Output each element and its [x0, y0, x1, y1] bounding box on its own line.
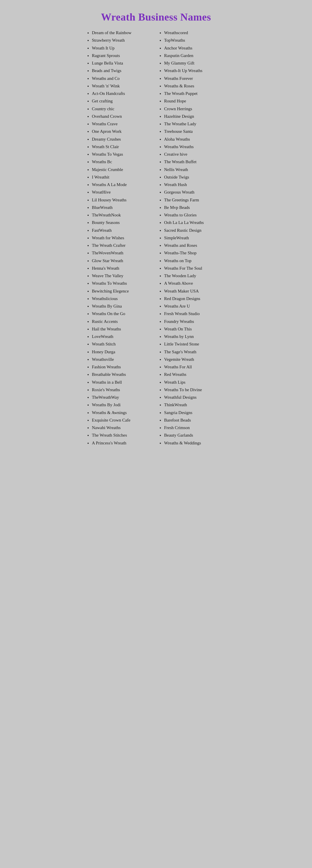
- list-item: WreatHive: [92, 188, 154, 196]
- list-item: Ragrant Sprouts: [92, 52, 154, 59]
- list-item: Wreaths & Roses: [164, 82, 226, 90]
- left-list: Dream of the RainbowStrawberry WreathWre…: [86, 29, 154, 447]
- list-item: Wreathscored: [164, 29, 226, 36]
- list-item: TheWreathNook: [92, 211, 154, 219]
- left-column: Dream of the RainbowStrawberry WreathWre…: [84, 29, 156, 447]
- list-item: The Greetings Farm: [164, 196, 226, 204]
- list-item: Wreaths and Co: [92, 75, 154, 82]
- list-item: Wreathsville: [92, 355, 154, 363]
- list-item: Exquisite Crown Cafe: [92, 416, 154, 424]
- columns-container: Dream of the RainbowStrawberry WreathWre…: [84, 29, 228, 447]
- list-item: Wreaths Bc: [92, 158, 154, 165]
- list-item: Wreath On This: [164, 325, 226, 333]
- list-item: BlueWreath: [92, 204, 154, 211]
- list-item: Wreaths To be Divine: [164, 386, 226, 394]
- list-item: Wreaths & Awnings: [92, 409, 154, 416]
- list-item: The Wreath Stitches: [92, 431, 154, 439]
- list-item: Wreaths on Top: [164, 257, 226, 265]
- list-item: Ooh La La La Wreaths: [164, 219, 226, 226]
- list-item: Aloha Wreaths: [164, 135, 226, 143]
- list-item: Wreaths For The Soul: [164, 265, 226, 272]
- list-item: Lunge Bella Vista: [92, 59, 154, 67]
- list-item: Wreath Maker USA: [164, 287, 226, 295]
- list-item: Wreaths Crave: [92, 120, 154, 128]
- list-item: Nellis Wreath: [164, 166, 226, 173]
- list-item: Rustic Accents: [92, 318, 154, 325]
- list-item: Wreaths Forever: [164, 75, 226, 82]
- list-item: Wreaths On the Go: [92, 310, 154, 317]
- list-item: Nawabi Wreaths: [92, 424, 154, 431]
- list-item: Barefoot Beads: [164, 416, 226, 424]
- list-item: Get crafting: [92, 97, 154, 105]
- list-item: Rasputin Garden: [164, 52, 226, 59]
- list-item: Wreathful Designs: [164, 394, 226, 401]
- list-item: LoveWreath: [92, 333, 154, 340]
- list-item: Red Wreaths: [164, 371, 226, 378]
- list-item: Act-On Handcrafts: [92, 90, 154, 97]
- list-item: Treehouse Santa: [164, 128, 226, 135]
- list-item: Hazeltine Design: [164, 113, 226, 120]
- list-item: Vegemite Wreath: [164, 355, 226, 363]
- list-item: Wreath Lips: [164, 378, 226, 386]
- list-item: Wreaths Are U: [164, 302, 226, 310]
- list-item: The Wreath Puppet: [164, 90, 226, 97]
- list-item: Wreathslicious: [92, 295, 154, 302]
- list-item: I Wreathit: [92, 173, 154, 181]
- list-item: Anchor Wreaths: [164, 44, 226, 52]
- list-item: Henna's Wreath: [92, 265, 154, 272]
- list-item: Wreaths & Weddings: [164, 439, 226, 447]
- list-item: Round Hope: [164, 97, 226, 105]
- list-item: Sangria Designs: [164, 409, 226, 416]
- list-item: Beauty Garlands: [164, 431, 226, 439]
- list-item: Country chic: [92, 105, 154, 113]
- list-item: Wreath-It Up Wreaths: [164, 67, 226, 74]
- list-item: Fashion Wreaths: [92, 363, 154, 371]
- page-container: Wreath Business Names Dream of the Rainb…: [78, 0, 234, 456]
- list-item: One Apron Work: [92, 128, 154, 135]
- list-item: Beads and Twigs: [92, 67, 154, 74]
- list-item: Wreath 'n' Wink: [92, 82, 154, 90]
- list-item: Wreaths By Jodi: [92, 401, 154, 408]
- list-item: Wreaths To Vegas: [92, 151, 154, 158]
- list-item: Wreaths By Gina: [92, 302, 154, 310]
- list-item: Dream of the Rainbow: [92, 29, 154, 36]
- list-item: Wreaths To Wreaths: [92, 279, 154, 287]
- list-item: Wreaths to Glories: [164, 211, 226, 219]
- list-item: TheWreathWay: [92, 394, 154, 401]
- list-item: The Wreathe Lady: [164, 120, 226, 128]
- list-item: Fresh Wreath Studio: [164, 310, 226, 317]
- list-item: The Sage's Wreath: [164, 348, 226, 355]
- list-item: My Glammy Gift: [164, 59, 226, 67]
- list-item: SimpleWreath: [164, 234, 226, 242]
- list-item: TheWovenWreath: [92, 249, 154, 257]
- right-list: WreathscoredTopWreathsAnchor WreathsRasp…: [158, 29, 226, 447]
- right-column: WreathscoredTopWreathsAnchor WreathsRasp…: [156, 29, 228, 447]
- list-item: Wreaths Wreaths: [164, 143, 226, 151]
- list-item: The Wooden Lady: [164, 272, 226, 279]
- list-item: Be Mvp Beads: [164, 204, 226, 211]
- list-item: Wreath Hush: [164, 181, 226, 188]
- list-item: A Wreath Above: [164, 279, 226, 287]
- list-item: Little Twisted Stone: [164, 340, 226, 348]
- list-item: Wreath St Clair: [92, 143, 154, 151]
- list-item: Breathable Wreaths: [92, 371, 154, 378]
- list-item: Wreaths-The Shop: [164, 249, 226, 257]
- list-item: FastWreath: [92, 226, 154, 234]
- list-item: Lil Housey Wreaths: [92, 196, 154, 204]
- list-item: Sacred Rustic Design: [164, 226, 226, 234]
- list-item: Dreamy Crushes: [92, 135, 154, 143]
- list-item: Bewitching Elegence: [92, 287, 154, 295]
- list-item: Outside Twigs: [164, 173, 226, 181]
- list-item: Majestic Crumble: [92, 166, 154, 173]
- list-item: Wreath It Up: [92, 44, 154, 52]
- list-item: Wreaths and Roses: [164, 242, 226, 249]
- list-item: Hail the Wreaths: [92, 325, 154, 333]
- list-item: Wreath Stitch: [92, 340, 154, 348]
- list-item: Bounty Seasons: [92, 219, 154, 226]
- list-item: ThinkWreath: [164, 401, 226, 408]
- list-item: Foundry Wreaths: [164, 318, 226, 325]
- list-item: Wreaths by Lynn: [164, 333, 226, 340]
- list-item: Honey Durga: [92, 348, 154, 355]
- list-item: Weave The Valley: [92, 272, 154, 279]
- list-item: Gorgeous Wreath: [164, 188, 226, 196]
